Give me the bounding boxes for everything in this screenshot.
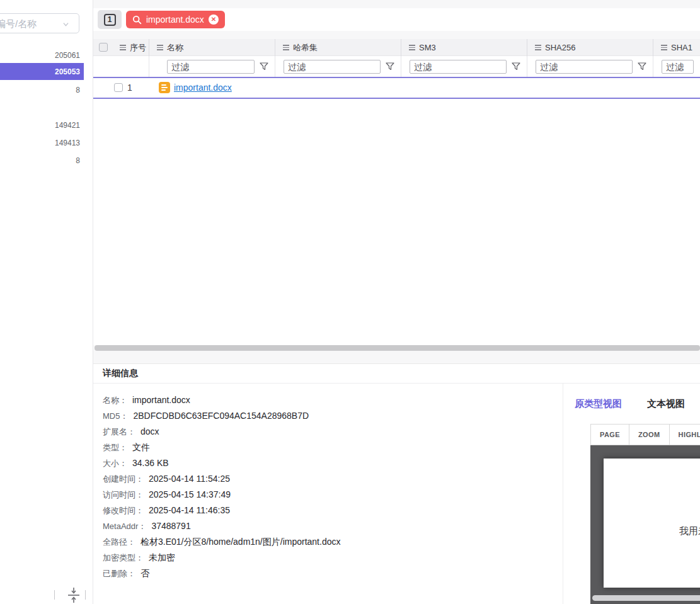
splitter-divider bbox=[85, 590, 86, 600]
filter-input-hashset[interactable] bbox=[284, 60, 381, 74]
details-panel: 详细信息 名称：important.docx MD5：2BDFCDBD6C63E… bbox=[93, 363, 700, 604]
filter-cell-hashset bbox=[275, 56, 401, 77]
detail-field: MetaAddr：37488791 bbox=[103, 518, 556, 533]
filter-funnel-icon[interactable] bbox=[638, 62, 646, 71]
detail-field: 已删除：否 bbox=[103, 565, 556, 581]
tree-count-item[interactable]: 8 bbox=[0, 81, 84, 98]
page-button[interactable]: PAGE bbox=[590, 424, 629, 445]
search-icon bbox=[132, 15, 142, 25]
search-tag-label: important.docx bbox=[146, 14, 204, 25]
preview-divider bbox=[563, 384, 563, 604]
detail-field: MD5：2BDFCDBD6C63EFC094AC154A28968B7D bbox=[103, 407, 556, 423]
filter-row bbox=[93, 56, 700, 77]
tab-text-view[interactable]: 文本视图 bbox=[647, 398, 685, 410]
tree-count-item[interactable]: 8 bbox=[0, 152, 84, 169]
detail-field: 名称：important.docx bbox=[103, 392, 556, 407]
filter-cell-name bbox=[149, 56, 275, 77]
column-menu-icon[interactable] bbox=[661, 45, 667, 50]
filter-funnel-icon[interactable] bbox=[512, 62, 520, 71]
sidebar-search-combo[interactable] bbox=[0, 13, 79, 33]
column-menu-icon[interactable] bbox=[535, 45, 541, 50]
column-menu-icon[interactable] bbox=[120, 45, 126, 50]
column-menu-icon[interactable] bbox=[283, 45, 289, 50]
tab-original-type-view[interactable]: 原类型视图 bbox=[575, 398, 622, 410]
tree-count-item[interactable]: 149413 bbox=[0, 134, 84, 151]
docx-file-icon bbox=[159, 82, 170, 93]
splitter-divider bbox=[54, 590, 55, 600]
details-title: 详细信息 bbox=[93, 364, 700, 384]
tree-count-item[interactable]: 149421 bbox=[0, 117, 84, 134]
search-filter-tag[interactable]: important.docx ✕ bbox=[126, 11, 225, 28]
filter-funnel-icon[interactable] bbox=[386, 62, 394, 71]
detail-field: 加密类型：未加密 bbox=[103, 549, 556, 565]
filter-cell-sha256 bbox=[527, 56, 653, 77]
tree-count-item[interactable]: 205061 bbox=[0, 47, 84, 64]
filter-cell-index bbox=[93, 56, 149, 77]
detail-field: 类型：文件 bbox=[103, 439, 556, 455]
filter-funnel-icon[interactable] bbox=[260, 62, 268, 71]
detail-field: 扩展名：docx bbox=[103, 423, 556, 439]
table-row[interactable]: 1 important.docx bbox=[93, 77, 700, 99]
zoom-button[interactable]: ZOOM bbox=[629, 424, 670, 445]
column-menu-icon[interactable] bbox=[409, 45, 415, 50]
row-checkbox[interactable] bbox=[114, 83, 123, 92]
filter-input-sm3[interactable] bbox=[410, 60, 507, 74]
detail-field: 修改时间：2025-04-14 11:46:35 bbox=[103, 502, 556, 518]
select-all-checkbox[interactable] bbox=[99, 43, 108, 52]
column-header-index[interactable]: 序号 bbox=[112, 39, 149, 56]
panel-resize-handle-icon[interactable] bbox=[66, 587, 81, 603]
results-tab-button[interactable]: 1 bbox=[98, 10, 122, 29]
chevron-down-icon bbox=[63, 21, 69, 27]
sidebar: 205061 205053 8 149421 149413 8 bbox=[0, 0, 93, 604]
column-menu-icon[interactable] bbox=[157, 45, 163, 50]
tab-bar: 1 important.docx ✕ bbox=[93, 8, 700, 31]
document-page-text: 我用来 bbox=[679, 525, 700, 537]
column-header-hashset[interactable]: 哈希集 bbox=[275, 39, 401, 56]
detail-field: 创建时间：2025-04-14 11:54:25 bbox=[103, 470, 556, 486]
file-name-link[interactable]: important.docx bbox=[174, 83, 232, 93]
filter-input-sha256[interactable] bbox=[536, 60, 633, 74]
viewer-horizontal-scrollbar[interactable] bbox=[592, 595, 700, 601]
row-index: 1 bbox=[127, 83, 132, 93]
detail-field: 访问时间：2025-04-15 14:37:49 bbox=[103, 486, 556, 502]
filter-input-sha1[interactable] bbox=[662, 60, 694, 74]
horizontal-scrollbar-thumb[interactable] bbox=[95, 345, 700, 351]
filter-input-name[interactable] bbox=[167, 60, 255, 74]
tree-count-item-selected[interactable]: 205053 bbox=[0, 63, 84, 80]
column-header-sm3[interactable]: SM3 bbox=[401, 39, 527, 56]
preview-toolbar: PAGE ZOOM HIGHLIGHT bbox=[590, 424, 700, 445]
filter-cell-sm3 bbox=[401, 56, 527, 77]
filter-cell-sha1 bbox=[653, 56, 700, 77]
highlight-button[interactable]: HIGHLIGHT bbox=[669, 424, 700, 445]
results-table: 序号 名称 哈希集 SM3 SHA256 SHA1 bbox=[93, 39, 700, 351]
column-header-sha1[interactable]: SHA1 bbox=[653, 39, 700, 56]
document-viewer[interactable]: 我用来 bbox=[590, 445, 700, 604]
tab-number-icon: 1 bbox=[104, 14, 116, 26]
details-fields: 名称：important.docx MD5：2BDFCDBD6C63EFC094… bbox=[103, 392, 556, 581]
column-header-sha256[interactable]: SHA256 bbox=[527, 39, 653, 56]
horizontal-scrollbar bbox=[93, 345, 700, 351]
table-header-row: 序号 名称 哈希集 SM3 SHA256 SHA1 bbox=[93, 39, 700, 56]
column-header-name[interactable]: 名称 bbox=[149, 39, 275, 56]
detail-field: 大小：34.36 KB bbox=[103, 455, 556, 470]
detail-field: 全路径：检材3.E01/分区8/home/adm1n/图片/important.… bbox=[103, 533, 556, 549]
close-icon[interactable]: ✕ bbox=[209, 14, 219, 25]
document-page: 我用来 bbox=[604, 459, 700, 588]
